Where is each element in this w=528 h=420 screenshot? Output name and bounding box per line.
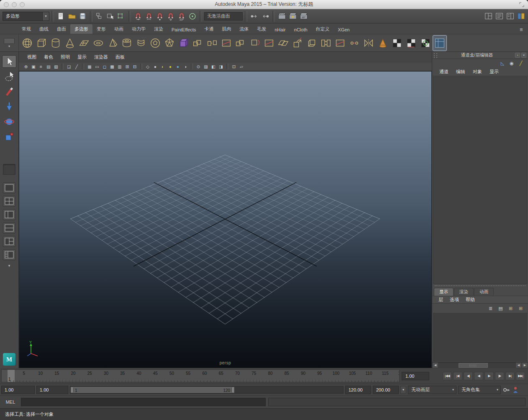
animation-start-field[interactable]: 1.00	[1, 386, 35, 394]
snap-to-grid-icon[interactable]	[133, 11, 143, 21]
new-scene-icon[interactable]	[56, 11, 66, 21]
viewport-menu-4[interactable]: 渲染器	[91, 53, 111, 61]
layer-sort-icon[interactable]: ≣	[487, 305, 495, 312]
current-time-field[interactable]: 1.00	[402, 372, 429, 380]
channel-box-menu-0[interactable]: 通道	[436, 68, 451, 76]
live-surface-field[interactable]: 无激活曲面	[204, 12, 243, 20]
zoom-button[interactable]	[20, 2, 25, 7]
play-backwards-button[interactable]: ◀	[474, 372, 483, 380]
channel-box-toggle[interactable]	[516, 11, 526, 21]
shelf-tab-8[interactable]: PaintEffects	[167, 26, 200, 34]
boolean-union-button[interactable]	[234, 36, 247, 51]
mirror-geometry-button[interactable]	[362, 36, 375, 51]
textured-icon[interactable]: ◐	[159, 63, 167, 70]
rotate-tool[interactable]	[2, 115, 16, 128]
shadows-icon[interactable]: ◑	[182, 63, 189, 70]
fullscreen-icon[interactable]	[519, 2, 525, 8]
animation-layer-dropdown[interactable]: 无动画层 ▾	[408, 386, 456, 394]
close-button[interactable]	[4, 2, 9, 7]
layer-doc-icon[interactable]: ▤	[497, 305, 505, 312]
extract-button[interactable]	[220, 36, 233, 51]
grease-pencil-icon[interactable]: ╱	[73, 63, 80, 70]
viewport-3d[interactable]: Y persp	[19, 71, 432, 368]
layer-menu-0[interactable]: 层	[436, 296, 446, 304]
film-gate-icon[interactable]: ▭	[93, 63, 101, 70]
snap-to-point-icon[interactable]	[155, 11, 165, 21]
image-plane-icon[interactable]: ▧	[52, 63, 60, 70]
select-by-object-icon[interactable]	[105, 11, 115, 21]
camera-attributes-icon[interactable]: ≡	[37, 63, 45, 70]
lock-camera-icon[interactable]: ▣	[30, 63, 37, 70]
animation-preferences-icon[interactable]	[512, 386, 519, 394]
attribute-editor-toggle[interactable]	[495, 11, 505, 21]
gate-mask-icon[interactable]: ▩	[108, 63, 116, 70]
bookmarks-icon[interactable]: ▤	[45, 63, 52, 70]
render-settings-icon[interactable]	[299, 11, 309, 21]
target-weld-button[interactable]	[348, 36, 361, 51]
range-options-caret[interactable]: ▾	[400, 386, 406, 394]
menu-set-dropdown[interactable]: 多边形 ▾	[3, 12, 49, 21]
sequence-icon[interactable]: ▱	[238, 63, 245, 70]
layer-tab-2[interactable]: 动画	[474, 288, 494, 296]
viewport-menu-0[interactable]: 视图	[24, 53, 40, 61]
tool-settings-toggle[interactable]	[505, 11, 515, 21]
select-by-hierarchy-icon[interactable]	[95, 11, 105, 21]
scroll-right-icon[interactable]: ▶	[522, 362, 528, 368]
uv-cylindrical-button[interactable]	[405, 36, 418, 51]
shelf-tab-14[interactable]: nCloth	[290, 26, 312, 34]
hyperbolic-manip-icon[interactable]: ◉	[508, 60, 515, 67]
channel-box-menu-2[interactable]: 对象	[470, 68, 485, 76]
all-lights-icon[interactable]: ●	[167, 63, 174, 70]
scrollbar-track[interactable]	[438, 362, 515, 368]
poly-torus-button[interactable]	[92, 36, 105, 51]
shelf-caret-icon[interactable]: ▾	[8, 45, 10, 48]
select-tool[interactable]	[2, 55, 16, 68]
shelf-tab-9[interactable]: 卡通	[200, 24, 218, 34]
output-connections-icon[interactable]	[260, 11, 270, 21]
resolution-gate-icon[interactable]: ◻	[101, 63, 108, 70]
channel-box-content[interactable]	[433, 77, 527, 284]
layer-list[interactable]	[433, 313, 527, 361]
scroll-left2-icon[interactable]: ◀	[515, 362, 522, 368]
multi-cut-button[interactable]	[333, 36, 347, 51]
snap-to-projected-center-icon[interactable]	[166, 11, 176, 21]
layouts-more-icon[interactable]: ▾	[8, 264, 10, 268]
viewport-menu-1[interactable]: 着色	[41, 53, 56, 61]
shelf-tab-16[interactable]: XGen	[334, 26, 354, 34]
scroll-left-icon[interactable]: ◀	[432, 362, 438, 368]
ipr-render-icon[interactable]	[288, 11, 298, 21]
go-to-start-button[interactable]: |◀◀	[443, 372, 452, 380]
shelf-tab-7[interactable]: 渲染	[150, 24, 167, 34]
float-panel-icon[interactable]: ▫	[515, 53, 520, 58]
snap-to-view-plane-icon[interactable]	[177, 11, 187, 21]
poly-helix-button[interactable]	[134, 36, 148, 51]
shelf-editor-icon[interactable]: ≣	[518, 26, 525, 33]
time-slider[interactable]: 1 51015202530354045505560657075808590951…	[1, 369, 400, 382]
shelf-tab-13[interactable]: nHair	[271, 26, 290, 34]
xray-icon[interactable]: ▨	[202, 63, 210, 70]
select-camera-icon[interactable]: ⊕	[22, 63, 30, 70]
move-tool[interactable]	[2, 100, 16, 113]
exposure-icon[interactable]: ◧	[210, 63, 217, 70]
playback-end-field[interactable]: 120.00	[345, 386, 371, 394]
smooth-button[interactable]	[248, 36, 261, 51]
scale-tool[interactable]	[2, 131, 16, 143]
open-scene-icon[interactable]	[67, 11, 77, 21]
bevel-button[interactable]	[305, 36, 318, 51]
new-layer-from-selected-button[interactable]: ⊞	[517, 305, 525, 312]
poly-soccer-ball-button[interactable]	[149, 36, 162, 51]
layer-tab-0[interactable]: 显示	[434, 288, 454, 296]
sculpt-brush-button[interactable]	[376, 36, 390, 51]
close-panel-icon[interactable]: ×	[521, 53, 526, 58]
safe-action-icon[interactable]: ⊞	[123, 63, 131, 70]
default-light-icon[interactable]: ●	[174, 63, 182, 70]
uv-planar-button[interactable]	[390, 36, 404, 51]
viewport-menu-3[interactable]: 显示	[74, 53, 90, 61]
paint-select-tool[interactable]	[2, 85, 16, 98]
linear-manip-icon[interactable]: ╱	[517, 60, 525, 67]
shelf-tab-12[interactable]: 毛发	[253, 24, 271, 34]
auto-keyframe-icon[interactable]	[502, 386, 510, 394]
shaded-icon[interactable]: ●	[151, 63, 159, 70]
poly-cone-button[interactable]	[63, 36, 77, 51]
character-set-dropdown[interactable]: 无角色集 ▾	[458, 386, 501, 394]
